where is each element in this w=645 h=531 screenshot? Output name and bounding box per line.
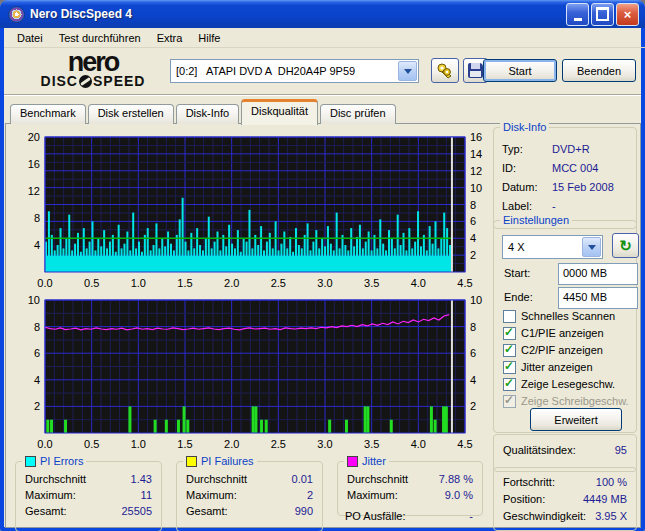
menu-item-datei[interactable]: Datei [9,30,51,46]
svg-text:2: 2 [470,249,476,261]
disk-info-title: Disk-Info [500,121,549,133]
minimize-icon [574,18,582,21]
svg-text:12: 12 [28,185,40,197]
options-wrench-icon [436,63,454,79]
drive-select[interactable]: [0:2] ATAPI DVD A DH20A4P 9P59 [170,59,419,83]
speed-select[interactable]: 4 X [502,235,603,259]
svg-text:3.0: 3.0 [317,277,332,289]
settings-title: Einstellungen [500,214,572,226]
checkbox-icon [503,395,516,408]
jitter-stats-box: Jitter Durchschnitt7.88 % Maximum:9.0 % [337,461,483,516]
progress-box: Fortschritt:100 % Position:4449 MB Gesch… [493,467,637,531]
refresh-icon: ↻ [619,237,632,255]
menu-item-extra[interactable]: Extra [149,30,191,46]
svg-text:8: 8 [34,212,40,224]
svg-text:20: 20 [28,131,40,143]
svg-text:8: 8 [470,321,476,333]
titlebar: Nero DiscSpeed 4 × [0,0,645,28]
svg-text:4.0: 4.0 [411,277,426,289]
settings-group: Einstellungen 4 X ↻ Start: 0000 MB Ende:… [493,220,637,433]
checkbox-c1-pie-anzeigen[interactable]: C1/PIE anzeigen [503,326,604,340]
svg-text:4: 4 [34,374,40,386]
tab-diskqualitaet[interactable]: Diskqualität [241,99,318,125]
stat-row: Gesamt:25505 [16,503,161,519]
disc-app-icon [8,6,25,23]
svg-text:0.5: 0.5 [84,438,99,450]
svg-text:10: 10 [470,182,482,194]
refresh-button[interactable]: ↻ [612,233,639,258]
jitter-stats-title: Jitter [344,455,389,467]
checkbox-icon [503,327,516,340]
checkbox-c2-pif-anzeigen[interactable]: C2/PIF anzeigen [503,343,603,357]
stat-row: Durchschnitt1.43 [16,471,161,487]
close-button[interactable]: × [616,3,639,26]
pi-errors-stats-box: PI Errors Durchschnitt1.43 Maximum:11 Ge… [15,461,162,531]
end-field[interactable]: 4450 MB [558,287,638,309]
svg-text:14: 14 [470,148,482,160]
svg-text:4: 4 [34,239,40,251]
advanced-button[interactable]: Erweitert [530,408,622,431]
svg-text:2.0: 2.0 [224,438,239,450]
pi-failures-stats-title: PI Failures [183,455,257,467]
menu-item-hilfe[interactable]: Hilfe [190,30,228,46]
nero-discspeed-logo: nero DISCSPEED [18,50,168,89]
options-button[interactable] [431,58,459,83]
start-button[interactable]: Start [483,59,557,82]
drive-select-value: [0:2] ATAPI DVD A DH20A4P 9P59 [171,65,397,77]
checkbox-zeige-lesegeschw[interactable]: Zeige Lesegeschw. [503,377,615,391]
pi-errors-chart: 481216202468101214160.00.51.01.52.02.53.… [4,131,492,289]
menubar: Datei Test durchführen Extra Hilfe [4,28,645,48]
stat-row: Maximum:2 [177,487,322,503]
svg-text:8: 8 [470,199,476,211]
pi-errors-legend-swatch [25,456,36,467]
checkbox-icon [503,361,516,374]
svg-text:3.5: 3.5 [364,438,379,450]
speed-row: Geschwindigkeit:3.95 X [494,508,636,525]
pi-failures-stats-box: PI Failures Durchschnitt0.01 Maximum:2 G… [176,461,323,531]
header: nero DISCSPEED [0:2] ATAPI DVD A DH20A4P… [4,48,641,95]
menu-item-test-durchfuehren[interactable]: Test durchführen [51,30,149,46]
pi-errors-stats-title: PI Errors [22,455,86,467]
svg-text:2.5: 2.5 [271,277,286,289]
progress-row: Fortschritt:100 % [494,474,636,491]
drive-select-dropdown-button[interactable] [398,61,417,81]
quality-index-value: 95 [615,442,627,458]
svg-text:1.5: 1.5 [177,277,192,289]
minimize-button[interactable] [566,3,589,26]
checkbox-schnelles-scannen[interactable]: Schnelles Scannen [503,309,615,323]
app-window: Nero DiscSpeed 4 × Datei Test durchführe… [0,0,645,531]
start-field-label: Start: [504,267,530,279]
disk-info-row-datum: Datum:15 Feb 2008 [494,178,636,197]
stat-row: Durchschnitt7.88 % [338,471,482,487]
jitter-legend-swatch [347,456,358,467]
svg-text:6: 6 [470,215,476,227]
checkbox-icon [503,344,516,357]
pi-failures-legend-swatch [186,456,197,467]
po-failures-value: - [469,510,473,522]
maximize-button[interactable] [591,3,614,26]
svg-text:4: 4 [470,232,476,244]
checkbox-zeige-schreibgeschw: Zeige Schreibgeschw. [503,394,629,408]
svg-text:1.0: 1.0 [131,277,146,289]
logo-discspeed-text: DISCSPEED [18,74,168,89]
stat-row: Maximum:9.0 % [338,487,482,503]
tab-disc-pruefen[interactable]: Disc prüfen [320,104,396,124]
speed-select-dropdown-button[interactable] [582,237,601,257]
chevron-down-icon [588,245,596,250]
tab-benchmark[interactable]: Benchmark [10,104,86,124]
svg-text:2.5: 2.5 [271,438,286,450]
quit-button[interactable]: Beenden [562,59,636,82]
tab-disk-info[interactable]: Disk-Info [176,104,239,124]
svg-text:3.0: 3.0 [317,438,332,450]
po-failures-row: PO Ausfälle: - [345,510,473,522]
svg-text:6: 6 [34,347,40,359]
disk-info-row-id: ID:MCC 004 [494,159,636,178]
checkbox-jitter-anzeigen[interactable]: Jitter anzeigen [503,360,593,374]
svg-text:8: 8 [34,321,40,333]
svg-text:3.5: 3.5 [364,277,379,289]
tab-disk-erstellen[interactable]: Disk erstellen [88,104,174,124]
tab-bar: Benchmark Disk erstellen Disk-Info Diskq… [10,100,398,124]
start-field[interactable]: 0000 MB [558,263,638,285]
svg-text:4.0: 4.0 [411,438,426,450]
stat-row: Gesamt:990 [177,503,322,519]
